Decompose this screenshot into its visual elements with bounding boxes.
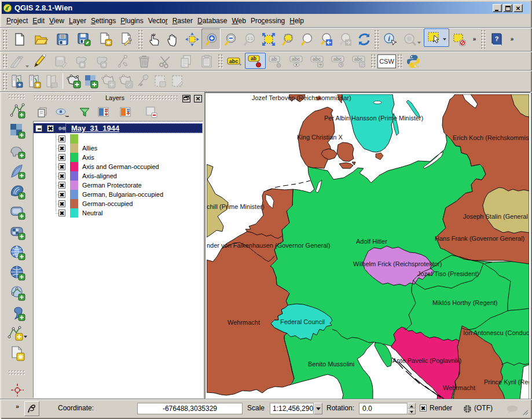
svg-text:ab: ab (271, 56, 277, 62)
svg-text:?: ? (494, 35, 498, 42)
svg-text:nder von Falkenhausen (Governo: nder von Falkenhausen (Governor General) (207, 242, 330, 249)
svg-text:Prince Kyril (Regent): Prince Kyril (Regent) (484, 378, 529, 385)
svg-text:Hans Frank (Governor General): Hans Frank (Governor General) (435, 235, 524, 242)
svg-text:Miklós Horthy (Regent): Miklós Horthy (Regent) (432, 299, 497, 306)
svg-text:Per Albin Hansson (Prime Minis: Per Albin Hansson (Prime Minister) (324, 115, 423, 122)
svg-text:i: i (388, 34, 390, 43)
svg-text:1:1: 1:1 (247, 36, 253, 41)
svg-text:Benito Mussolini: Benito Mussolini (308, 361, 354, 367)
svg-text:abc: abc (292, 56, 300, 62)
svg-text:Erich Koch (Reichskommissar): Erich Koch (Reichskommissar) (453, 134, 529, 141)
svg-text:chill (Prime Minister): chill (Prime Minister) (207, 203, 265, 210)
svg-text:abc: abc (229, 58, 239, 64)
svg-text:Adolf Hitler: Adolf Hitler (356, 238, 387, 245)
svg-text:King Christian X: King Christian X (297, 134, 343, 141)
svg-text:abc: abc (313, 56, 321, 62)
svg-text:abc: abc (333, 56, 342, 62)
svg-text:Wilhelm Frick (Reichsprotektor: Wilhelm Frick (Reichsprotektor) (353, 260, 442, 267)
svg-text:Wehrmacht: Wehrmacht (228, 319, 260, 326)
svg-text:ab: ab (251, 56, 256, 61)
svg-text:Ion Antonescu (Conducator): Ion Antonescu (Conducator) (463, 329, 529, 336)
svg-text:Joseph Stalin (General Secreta: Joseph Stalin (General Secretary) (463, 213, 529, 220)
svg-text:abc: abc (354, 56, 363, 62)
svg-text:Jozef Tiso (President): Jozef Tiso (President) (417, 270, 479, 277)
svg-text:Ante Pavelic (Poglavnik): Ante Pavelic (Poglavnik) (392, 357, 461, 364)
svg-text:Wehrmacht: Wehrmacht (443, 384, 475, 391)
svg-text:Jozef Terboven (Reichskommissa: Jozef Terboven (Reichskommissar) (252, 94, 351, 101)
svg-text:Federal Council: Federal Council (280, 318, 325, 325)
